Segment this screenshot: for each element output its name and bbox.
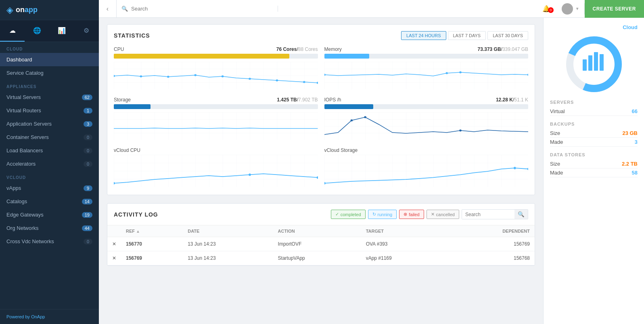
sidebar-item-cross-vdc[interactable]: Cross Vdc Networks 0 <box>0 235 99 248</box>
activity-search-input[interactable] <box>462 210 514 219</box>
sidebar-item-load-balancers[interactable]: Load Balancers 0 <box>0 144 99 157</box>
cancel-row-2[interactable]: ✕ <box>107 251 121 265</box>
create-server-button[interactable]: CREATE SERVER <box>585 0 644 18</box>
badge-application-servers: 3 <box>84 121 92 127</box>
badge-catalogs: 14 <box>82 199 92 204</box>
iops-progress-bg <box>324 104 529 109</box>
sidebar-toggle-button[interactable]: ‹ <box>99 0 117 18</box>
activity-search: 🔍 <box>462 209 528 219</box>
cpu-progress-bg <box>114 54 318 59</box>
badge-virtual-servers: 62 <box>82 95 92 100</box>
stat-vcloud-cpu-label-row: vCloud CPU <box>114 147 318 153</box>
sidebar-icon-cloud[interactable]: ☁ <box>0 20 25 42</box>
time-btn-7d[interactable]: LAST 7 DAYS <box>448 31 486 40</box>
svg-point-22 <box>249 173 251 176</box>
badge-edge-gateways: 19 <box>82 212 92 218</box>
topbar-right: 🔔 0 ▼ CREATE SERVER <box>536 0 644 18</box>
svg-point-13 <box>459 72 462 74</box>
storage-progress-fill <box>114 104 151 109</box>
cancel-row-1[interactable]: ✕ <box>107 237 121 251</box>
user-menu[interactable]: ▼ <box>557 3 585 15</box>
filter-failed-button[interactable]: ⊗ failed <box>399 210 424 219</box>
error-icon: ⊗ <box>404 212 407 217</box>
iops-progress-fill <box>324 104 373 109</box>
rp-datastores-made-value: 58 <box>632 170 638 176</box>
sidebar-item-virtual-routers[interactable]: Virtual Routers 1 <box>0 104 99 117</box>
sidebar-section-vcloud: VCLOUD vApps 9 Catalogs 14 Edge Gateways… <box>0 170 99 248</box>
stat-storage: Storage 1.425 TB/7.902 TB <box>114 97 318 141</box>
sidebar-icon-row: ☁ 🌐 📊 ⚙ <box>0 20 99 42</box>
rp-cloud-label: Cloud <box>550 24 638 30</box>
ref-156769: 156769 <box>121 251 183 265</box>
rp-datastores-size-label: Size <box>550 161 560 167</box>
badge-cross-vdc: 0 <box>84 239 92 244</box>
notification-bell[interactable]: 🔔 0 <box>536 5 557 13</box>
rp-datastores-size: Size 2.2 TB <box>550 160 638 168</box>
badge-vapps: 9 <box>84 185 92 191</box>
activity-search-button[interactable]: 🔍 <box>514 210 528 219</box>
rp-datastores-made-label: Made <box>550 170 563 176</box>
sidebar-item-label: vApps <box>6 185 21 191</box>
logo-text: onapp <box>16 6 38 14</box>
sidebar-item-service-catalog[interactable]: Service Catalog <box>0 66 99 80</box>
rp-backups-section: BACKUPS Size 23 GB Made 3 <box>550 122 638 147</box>
activity-table-head: Ref ▲ Date Action Target Dependent <box>107 225 535 237</box>
badge-virtual-routers: 1 <box>84 108 92 114</box>
date-row-2: 13 Jun 14:23 <box>183 251 273 265</box>
chevron-down-icon: ▼ <box>575 6 579 11</box>
cpu-progress-fill <box>114 54 289 59</box>
sidebar-item-label: Accelerators <box>6 161 36 167</box>
time-btn-24h[interactable]: LAST 24 HOURS <box>401 31 446 40</box>
sidebar: ◈ onapp ☁ 🌐 📊 ⚙ CLOUD Dashboard Service … <box>0 0 99 324</box>
time-btn-30d[interactable]: LAST 30 DAYS <box>487 31 528 40</box>
svg-point-8 <box>303 81 305 83</box>
svg-rect-24 <box>324 155 529 187</box>
svg-rect-32 <box>594 52 598 71</box>
stat-vcloud-cpu-name: vCloud CPU <box>114 147 140 153</box>
rp-datastores-title: DATA STORES <box>550 152 638 157</box>
filter-completed-button[interactable]: ✓ completed <box>331 210 366 219</box>
sidebar-icon-settings[interactable]: ⚙ <box>74 20 99 42</box>
rp-backups-size-label: Size <box>550 130 560 136</box>
sidebar-item-label: Catalogs <box>6 198 27 204</box>
stat-vcloud-storage: vCloud Storage <box>324 147 529 188</box>
time-filter-buttons: LAST 24 HOURS LAST 7 DAYS LAST 30 DAYS <box>401 31 528 40</box>
col-dependent: Dependent <box>446 225 535 237</box>
filter-cancelled-button[interactable]: ✕ cancelled <box>427 210 459 219</box>
sidebar-item-dashboard[interactable]: Dashboard <box>0 53 99 66</box>
rp-datastores-section: DATA STORES Size 2.2 TB Made 58 <box>550 152 638 177</box>
svg-rect-33 <box>600 54 604 71</box>
svg-point-26 <box>513 167 516 169</box>
col-date: Date <box>183 225 273 237</box>
sidebar-item-label: Container Servers <box>6 134 49 140</box>
rp-servers-virtual: Virtual 66 <box>550 107 638 116</box>
memory-progress-fill <box>324 54 369 59</box>
svg-rect-30 <box>583 59 587 71</box>
rp-backups-made: Made 3 <box>550 138 638 147</box>
sidebar-item-catalogs[interactable]: Catalogs 14 <box>0 195 99 208</box>
sidebar-item-accelerators[interactable]: Accelerators 0 <box>0 157 99 170</box>
table-row: ✕ 156769 13 Jun 14:23 StartupVApp vApp #… <box>107 251 535 265</box>
sidebar-item-virtual-servers[interactable]: Virtual Servers 62 <box>0 90 99 104</box>
sidebar-icon-chart[interactable]: 📊 <box>50 20 74 42</box>
svg-rect-31 <box>588 55 592 71</box>
filter-running-button[interactable]: ↻ running <box>368 210 397 219</box>
stat-vcloud-storage-label-row: vCloud Storage <box>324 147 529 153</box>
sidebar-item-label: Cross Vdc Networks <box>6 238 54 244</box>
sidebar-item-label: Application Servers <box>6 121 52 127</box>
notification-badge: 0 <box>548 7 554 13</box>
sidebar-icon-globe[interactable]: 🌐 <box>25 20 49 42</box>
activity-log-card: ACTIVITY LOG ✓ completed ↻ running ⊗ fai <box>107 203 535 266</box>
activity-table: Ref ▲ Date Action Target Dependent ✕ <box>107 225 535 265</box>
sidebar-item-vapps[interactable]: vApps 9 <box>0 181 99 195</box>
rp-backups-size-value: 23 GB <box>622 130 638 136</box>
table-row: ✕ 156770 13 Jun 14:23 ImportOVF OVA #393… <box>107 237 535 251</box>
sidebar-item-container-servers[interactable]: Container Servers 0 <box>0 130 99 144</box>
rp-backups-made-value: 3 <box>635 139 638 145</box>
check-icon: ✓ <box>335 212 339 217</box>
sidebar-item-org-networks[interactable]: Org Networks 44 <box>0 221 99 235</box>
sidebar-item-edge-gateways[interactable]: Edge Gateways 19 <box>0 208 99 221</box>
search-input[interactable] <box>131 6 273 12</box>
sidebar-item-application-servers[interactable]: Application Servers 3 <box>0 117 99 130</box>
main-with-panel: STATISTICS LAST 24 HOURS LAST 7 DAYS LAS… <box>99 18 644 324</box>
